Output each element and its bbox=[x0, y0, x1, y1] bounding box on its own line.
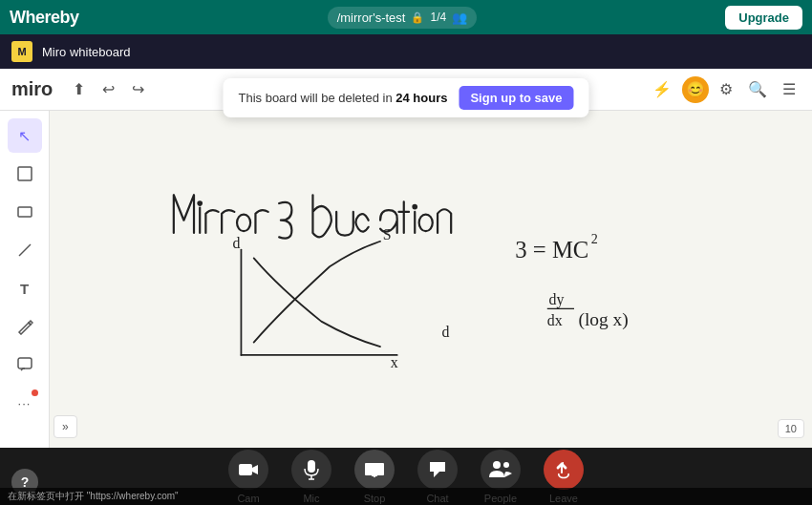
whereby-bar: Whereby /mirror's-test 🔒 1/4 👥 Upgrade bbox=[0, 0, 812, 34]
upload-button[interactable]: ⬆ bbox=[68, 75, 90, 103]
participant-count: 1/4 bbox=[430, 11, 446, 24]
svg-rect-4 bbox=[94, 111, 768, 448]
room-pill[interactable]: /mirror's-test 🔒 1/4 👥 bbox=[328, 7, 478, 29]
comment-tool[interactable] bbox=[8, 347, 42, 382]
svg-text:3 = MC: 3 = MC bbox=[515, 237, 588, 263]
filter-button[interactable]: ⚡ bbox=[648, 75, 676, 103]
whereby-logo: Whereby bbox=[10, 8, 79, 28]
pen-tool[interactable] bbox=[8, 309, 42, 344]
people-icon: 👥 bbox=[452, 11, 467, 25]
select-tool[interactable]: ↖ bbox=[8, 118, 42, 153]
upgrade-button[interactable]: Upgrade bbox=[725, 6, 802, 30]
svg-point-7 bbox=[413, 205, 417, 209]
canvas-area[interactable]: S d x d 3 = MC 2 dy dx (log x) » 10 bbox=[50, 111, 812, 448]
stop-icon bbox=[354, 450, 395, 490]
bottom-bar: ? Cam Mic Stop bbox=[0, 448, 812, 505]
svg-text:x: x bbox=[391, 354, 398, 370]
svg-rect-1 bbox=[18, 207, 32, 217]
svg-line-2 bbox=[19, 244, 31, 256]
people-icon bbox=[481, 450, 521, 490]
menu-button[interactable]: ☰ bbox=[778, 75, 801, 103]
notice-highlight: 24 hours bbox=[395, 91, 447, 105]
undo-button[interactable]: ↩ bbox=[97, 75, 119, 103]
miro-toolbar: miro ⬆ ↩ ↪ This board will be deleted in… bbox=[0, 69, 812, 111]
status-text: 在新标签页中打开 "https://whereby.com" bbox=[8, 490, 179, 503]
svg-text:S: S bbox=[383, 226, 392, 242]
mic-icon bbox=[291, 450, 331, 490]
svg-rect-0 bbox=[18, 167, 32, 180]
room-name: /mirror's-test bbox=[337, 11, 406, 25]
cam-icon bbox=[228, 450, 268, 490]
rectangle-tool[interactable] bbox=[8, 195, 42, 229]
svg-rect-3 bbox=[18, 358, 32, 368]
svg-point-28 bbox=[493, 461, 501, 469]
notification-dot bbox=[32, 389, 38, 396]
board-notice: This board will be deleted in 24 hours S… bbox=[223, 78, 588, 117]
svg-rect-21 bbox=[239, 464, 252, 475]
svg-point-29 bbox=[503, 462, 509, 468]
miro-logo: M bbox=[11, 41, 32, 62]
miro-title: Miro whiteboard bbox=[42, 45, 131, 59]
svg-point-5 bbox=[198, 201, 202, 205]
settings-button[interactable]: ⚙ bbox=[715, 75, 737, 103]
toolbar-right: ⚡ 😊 ⚙ 🔍 ☰ bbox=[648, 75, 801, 103]
svg-rect-22 bbox=[308, 460, 315, 473]
svg-rect-25 bbox=[365, 463, 384, 475]
miro-app-bar: M Miro whiteboard bbox=[0, 34, 812, 69]
svg-text:d: d bbox=[233, 235, 241, 251]
svg-text:dy: dy bbox=[549, 291, 565, 308]
redo-button[interactable]: ↪ bbox=[127, 75, 149, 103]
whiteboard-content: S d x d 3 = MC 2 dy dx (log x) bbox=[50, 111, 812, 448]
notice-text: This board will be deleted in 24 hours bbox=[238, 91, 447, 105]
svg-text:d: d bbox=[441, 324, 449, 340]
svg-text:dx: dx bbox=[547, 312, 563, 328]
signup-button[interactable]: Sign up to save bbox=[459, 86, 573, 110]
status-bar: 在新标签页中打开 "https://whereby.com" bbox=[0, 488, 812, 505]
miro-wordmark: miro bbox=[11, 78, 53, 100]
chat-icon bbox=[417, 450, 458, 490]
frame-tool[interactable] bbox=[8, 157, 42, 191]
more-tools[interactable]: ··· bbox=[8, 386, 42, 420]
lock-icon: 🔒 bbox=[411, 11, 424, 24]
text-tool[interactable]: T bbox=[8, 271, 42, 305]
leave-icon bbox=[544, 450, 584, 490]
line-tool[interactable] bbox=[8, 233, 42, 267]
user-avatar[interactable]: 😊 bbox=[682, 76, 709, 103]
expand-button[interactable]: » bbox=[53, 415, 77, 438]
search-button[interactable]: 🔍 bbox=[743, 75, 772, 103]
zoom-indicator: 10 bbox=[778, 419, 804, 438]
left-tools: ↖ T bbox=[0, 111, 50, 448]
main-area: ↖ T bbox=[0, 111, 812, 448]
svg-text:(log x): (log x) bbox=[578, 309, 628, 330]
svg-text:2: 2 bbox=[591, 231, 598, 246]
